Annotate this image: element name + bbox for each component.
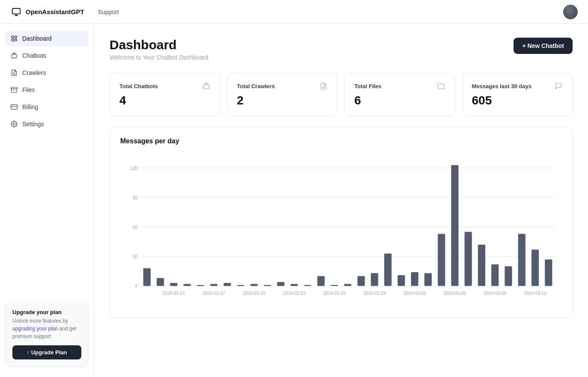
svg-text:120: 120 [130,165,138,170]
svg-rect-37 [291,284,298,286]
upgrade-link[interactable]: upgrading your plan [12,326,58,332]
settings-icon [10,120,18,128]
file-text-icon [10,69,18,77]
stat-value: 4 [119,94,211,107]
svg-rect-40 [331,285,338,286]
user-avatar[interactable] [563,5,578,19]
svg-rect-43 [371,273,378,286]
sidebar-label-settings: Settings [22,121,44,128]
svg-text:30: 30 [133,254,138,259]
sidebar: Dashboard Chatbots Crawlers Files Billin… [0,24,94,377]
stat-header: Total Chatbots [119,82,211,90]
svg-rect-36 [277,282,285,286]
sidebar-item-settings[interactable]: Settings [5,116,89,132]
svg-text:2024-02-14: 2024-02-14 [163,291,185,296]
upgrade-box: Upgrade your plan Unlock more features b… [5,302,89,367]
stat-label: Total Crawlers [237,83,275,89]
upgrade-desc-pre: Unlock more features by [12,318,68,324]
chart-title: Messages per day [120,137,562,145]
sidebar-label-billing: Billing [22,104,38,110]
svg-rect-52 [491,264,499,286]
svg-rect-34 [250,284,258,286]
grid-icon [10,35,18,42]
svg-rect-26 [143,268,151,286]
svg-rect-13 [203,85,209,89]
svg-rect-31 [210,284,217,286]
folder-icon [437,82,445,90]
stat-card-messages-last-30-days: Messages last 30 days 605 [462,73,573,116]
svg-text:90: 90 [133,195,138,200]
sidebar-label-files: Files [22,86,35,93]
svg-rect-30 [197,285,204,286]
sidebar-item-billing[interactable]: Billing [5,99,89,115]
stat-card-total-chatbots: Total Chatbots 4 [110,73,220,116]
upgrade-plan-button[interactable]: ↑ Upgrade Plan [12,345,81,359]
upgrade-title: Upgrade your plan [12,309,81,315]
svg-rect-32 [223,283,231,286]
file-text-icon [319,82,328,90]
svg-rect-33 [237,285,244,286]
stat-label: Total Chatbots [119,83,158,89]
svg-rect-4 [15,39,17,41]
stat-value: 6 [354,94,445,107]
topnav: OpenAssistantGPT Support [0,0,588,24]
svg-rect-2 [15,36,17,38]
svg-rect-49 [451,165,458,286]
chart-svg: 03060901202024-02-142024-02-172024-02-20… [120,154,562,308]
svg-text:0: 0 [135,283,138,288]
svg-rect-38 [304,285,311,286]
sidebar-nav: Dashboard Chatbots Crawlers Files Billin… [5,31,89,132]
svg-text:2024-02-29: 2024-02-29 [363,291,386,296]
svg-rect-45 [398,275,405,286]
chart-card: Messages per day 03060901202024-02-14202… [110,127,573,318]
archive-icon [10,86,18,94]
page-subtitle: Welcome to Your Chatbot Dashboard [110,54,208,61]
brand-icon [10,7,22,17]
stat-header: Total Files [354,82,445,90]
svg-rect-53 [505,266,512,286]
svg-rect-3 [12,39,14,41]
credit-card-icon [10,103,18,111]
svg-rect-29 [184,284,191,286]
sidebar-item-chatbots[interactable]: Chatbots [5,48,89,63]
svg-rect-5 [12,54,17,58]
sidebar-label-crawlers: Crawlers [22,69,46,76]
svg-rect-46 [411,272,418,286]
stats-grid: Total Chatbots 4 Total Crawlers 2 Total … [110,73,573,116]
main-header: Dashboard Welcome to Your Chatbot Dashbo… [110,38,573,61]
sidebar-item-dashboard[interactable]: Dashboard [5,31,89,46]
new-chatbot-button[interactable]: + New Chatbot [514,38,573,54]
svg-rect-51 [478,245,485,286]
svg-rect-42 [357,276,365,286]
message-square-icon [554,82,563,90]
svg-rect-8 [11,87,18,89]
support-link[interactable]: Support [98,9,119,15]
upgrade-desc: Unlock more features by upgrading your p… [12,317,81,340]
svg-rect-48 [438,234,445,286]
svg-text:2024-02-23: 2024-02-23 [283,291,305,296]
svg-rect-1 [12,36,14,38]
page-title: Dashboard [110,38,208,52]
sidebar-item-crawlers[interactable]: Crawlers [5,65,89,80]
svg-rect-41 [344,284,351,286]
sidebar-label-dashboard: Dashboard [22,35,52,42]
chart-area: 03060901202024-02-142024-02-172024-02-20… [120,154,562,308]
brand[interactable]: OpenAssistantGPT [10,7,84,17]
svg-rect-10 [11,105,18,110]
svg-text:2024-02-20: 2024-02-20 [243,291,265,296]
svg-rect-35 [264,285,271,286]
stat-card-total-crawlers: Total Crawlers 2 [227,73,338,116]
svg-rect-47 [425,273,432,286]
svg-text:2024-03-12: 2024-03-12 [524,291,546,296]
brand-name: OpenAssistantGPT [26,8,84,15]
svg-text:2024-03-03: 2024-03-03 [404,291,426,296]
sidebar-item-files[interactable]: Files [5,82,89,98]
bot-icon [10,52,18,59]
svg-text:2024-03-06: 2024-03-06 [444,291,466,296]
sidebar-label-chatbots: Chatbots [22,52,46,59]
svg-rect-27 [157,278,164,286]
svg-text:2024-03-09: 2024-03-09 [484,291,506,296]
main-content: Dashboard Welcome to Your Chatbot Dashbo… [94,24,588,377]
stat-value: 605 [472,94,563,107]
stat-header: Total Crawlers [237,82,328,90]
